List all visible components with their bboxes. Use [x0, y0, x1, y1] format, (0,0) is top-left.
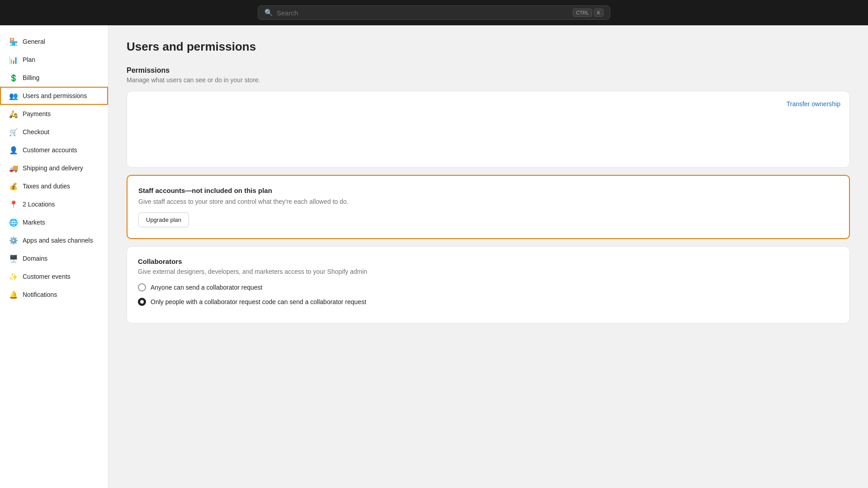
sidebar-item-customer-events[interactable]: ✨Customer events [0, 267, 108, 286]
permissions-title: Permissions [127, 66, 850, 75]
users-icon: 👥 [9, 91, 18, 100]
sidebar-item-locations[interactable]: 📍2 Locations [0, 195, 108, 213]
upgrade-plan-button[interactable]: Upgrade plan [138, 212, 189, 227]
sidebar-item-label-customer-events: Customer events [23, 273, 71, 280]
payments-icon: 🛵 [9, 109, 18, 118]
sidebar-item-taxes[interactable]: 💰Taxes and duties [0, 177, 108, 195]
sidebar-item-checkout[interactable]: 🛒Checkout [0, 123, 108, 141]
keyboard-shortcut: CTRL K [573, 9, 604, 17]
owner-card: Transfer ownership [127, 91, 850, 168]
sidebar-item-label-plan: Plan [23, 56, 35, 63]
radio-label-code: Only people with a collaborator request … [151, 298, 366, 305]
sidebar-item-label-customer-accounts: Customer accounts [23, 146, 77, 154]
general-icon: 🏪 [9, 37, 18, 46]
radio-option-code[interactable]: Only people with a collaborator request … [138, 298, 839, 306]
sidebar-item-label-payments: Payments [23, 110, 51, 117]
radio-label-anyone: Anyone can send a collaborator request [151, 284, 263, 291]
billing-icon: 💲 [9, 73, 18, 82]
topbar: 🔍 CTRL K [0, 0, 868, 25]
sidebar-item-label-domains: Domains [23, 255, 47, 262]
radio-circle-anyone [138, 283, 146, 291]
transfer-ownership-link[interactable]: Transfer ownership [787, 100, 840, 108]
radio-circle-code [138, 298, 146, 306]
checkout-icon: 🛒 [9, 127, 18, 136]
staff-accounts-title: Staff accounts—not included on this plan [138, 187, 838, 194]
radio-option-anyone[interactable]: Anyone can send a collaborator request [138, 283, 839, 291]
sidebar-item-apps[interactable]: ⚙️Apps and sales channels [0, 231, 108, 249]
search-bar[interactable]: 🔍 CTRL K [258, 5, 610, 20]
sidebar-item-label-notifications: Notifications [23, 291, 57, 298]
customer-events-icon: ✨ [9, 272, 18, 281]
page-title: Users and permissions [127, 40, 850, 54]
main-content: Users and permissions Permissions Manage… [108, 25, 868, 488]
plan-icon: 📊 [9, 55, 18, 64]
collaborators-title: Collaborators [138, 258, 839, 265]
customer-accounts-icon: 👤 [9, 145, 18, 155]
sidebar-item-label-shipping: Shipping and delivery [23, 164, 83, 172]
sidebar-item-billing[interactable]: 💲Billing [0, 69, 108, 87]
search-icon: 🔍 [264, 9, 273, 17]
sidebar-item-label-billing: Billing [23, 74, 39, 81]
k-key: K [594, 9, 604, 17]
taxes-icon: 💰 [9, 182, 18, 191]
sidebar-item-label-taxes: Taxes and duties [23, 183, 70, 190]
staff-accounts-description: Give staff access to your store and cont… [138, 198, 838, 205]
sidebar-item-label-checkout: Checkout [23, 128, 49, 136]
notifications-icon: 🔔 [9, 290, 18, 299]
sidebar-item-notifications[interactable]: 🔔Notifications [0, 286, 108, 304]
sidebar-item-label-general: General [23, 38, 45, 45]
sidebar-item-domains[interactable]: 🖥️Domains [0, 249, 108, 267]
sidebar-item-shipping[interactable]: 🚚Shipping and delivery [0, 159, 108, 177]
sidebar-item-users[interactable]: 👥Users and permissions [0, 87, 108, 105]
ctrl-key: CTRL [573, 9, 592, 17]
domains-icon: 🖥️ [9, 254, 18, 263]
collaborators-card: Collaborators Give external designers, d… [127, 246, 850, 324]
search-input[interactable] [277, 9, 569, 17]
sidebar-item-customer-accounts[interactable]: 👤Customer accounts [0, 141, 108, 159]
permissions-section: Permissions Manage what users can see or… [127, 66, 850, 324]
layout: 🏪General📊Plan💲Billing👥Users and permissi… [0, 25, 868, 488]
sidebar-item-general[interactable]: 🏪General [0, 33, 108, 51]
apps-icon: ⚙️ [9, 236, 18, 245]
sidebar-item-plan[interactable]: 📊Plan [0, 51, 108, 69]
markets-icon: 🌐 [9, 218, 18, 227]
sidebar-item-label-apps: Apps and sales channels [23, 237, 93, 244]
sidebar: 🏪General📊Plan💲Billing👥Users and permissi… [0, 25, 108, 488]
sidebar-item-label-users: Users and permissions [23, 92, 87, 99]
sidebar-item-label-locations: 2 Locations [23, 201, 55, 208]
sidebar-item-markets[interactable]: 🌐Markets [0, 213, 108, 231]
collaborators-description: Give external designers, developers, and… [138, 268, 839, 275]
staff-accounts-box: Staff accounts—not included on this plan… [127, 175, 850, 239]
permissions-description: Manage what users can see or do in your … [127, 76, 850, 84]
sidebar-item-payments[interactable]: 🛵Payments [0, 105, 108, 123]
shipping-icon: 🚚 [9, 164, 18, 173]
locations-icon: 📍 [9, 200, 18, 209]
sidebar-item-label-markets: Markets [23, 219, 45, 226]
